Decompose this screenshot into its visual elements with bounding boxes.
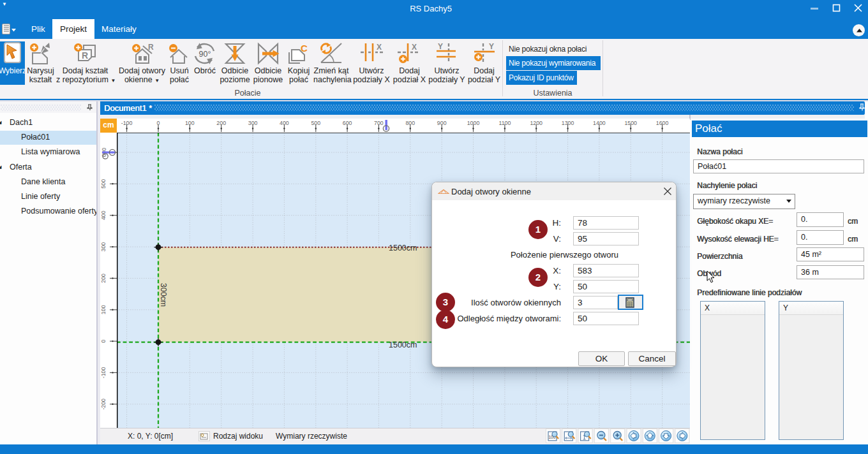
svg-text:100: 100 (101, 305, 107, 314)
svg-text:1000: 1000 (467, 120, 480, 126)
svg-text:200: 200 (101, 274, 107, 283)
svg-text:1400: 1400 (593, 120, 606, 126)
svg-text:400: 400 (280, 120, 289, 126)
svg-text:300cm: 300cm (159, 283, 168, 307)
svg-text:1200: 1200 (530, 120, 542, 126)
svg-text:300: 300 (248, 120, 258, 126)
svg-text:R: R (148, 43, 154, 52)
svg-text:-200: -200 (101, 399, 107, 410)
svg-text:Y: Y (438, 42, 443, 51)
svg-text:400: 400 (101, 210, 107, 220)
svg-text:300: 300 (101, 242, 107, 252)
svg-text:R: R (82, 50, 88, 61)
svg-text:100: 100 (185, 120, 195, 126)
svg-text:X: X (412, 43, 417, 52)
svg-text:500: 500 (311, 120, 320, 126)
svg-text:1500cm: 1500cm (389, 244, 417, 253)
svg-text:800: 800 (405, 120, 415, 126)
svg-text:500: 500 (101, 179, 107, 189)
svg-text:1100: 1100 (498, 120, 511, 126)
svg-text:1500: 1500 (624, 120, 637, 126)
svg-text:0: 0 (157, 120, 160, 126)
svg-text:200: 200 (216, 120, 226, 126)
svg-text:Y: Y (489, 42, 494, 51)
svg-text:90°: 90° (199, 50, 211, 59)
svg-text:700: 700 (374, 120, 384, 126)
svg-text:-100: -100 (121, 120, 133, 126)
svg-text:X: X (377, 43, 382, 52)
svg-text:1300: 1300 (562, 120, 574, 126)
svg-text:-100: -100 (101, 367, 107, 378)
svg-text:0: 0 (101, 340, 107, 343)
svg-text:1600: 1600 (656, 120, 669, 126)
svg-text:600: 600 (343, 120, 352, 126)
svg-text:C: C (301, 43, 308, 54)
svg-text:900: 900 (437, 120, 447, 126)
svg-text:1500cm: 1500cm (389, 340, 417, 349)
